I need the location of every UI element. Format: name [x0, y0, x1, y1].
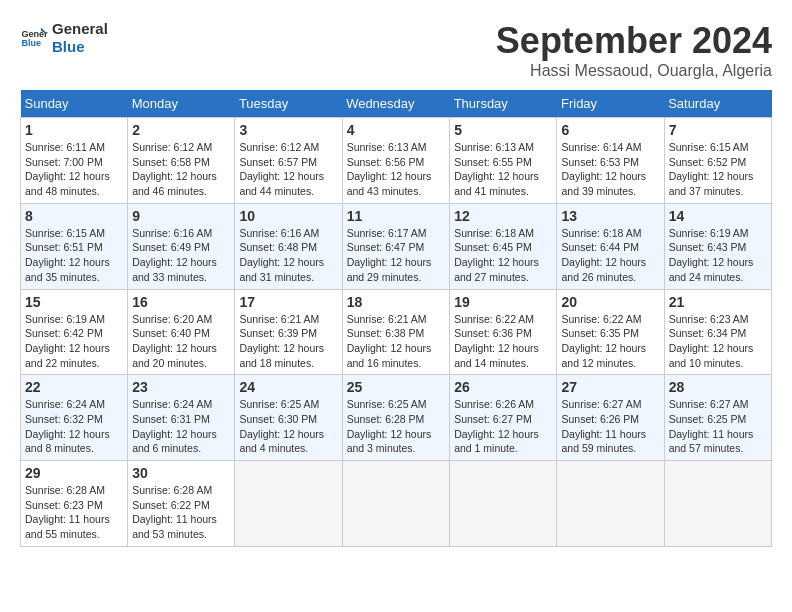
logo-line2: Blue	[52, 38, 108, 56]
calendar-cell: 3Sunrise: 6:12 AMSunset: 6:57 PMDaylight…	[235, 118, 342, 204]
calendar-cell: 30Sunrise: 6:28 AMSunset: 6:22 PMDayligh…	[128, 461, 235, 547]
calendar-cell	[557, 461, 664, 547]
calendar-cell: 18Sunrise: 6:21 AMSunset: 6:38 PMDayligh…	[342, 289, 450, 375]
col-tuesday: Tuesday	[235, 90, 342, 118]
calendar-cell: 1Sunrise: 6:11 AMSunset: 7:00 PMDaylight…	[21, 118, 128, 204]
calendar-row: 8Sunrise: 6:15 AMSunset: 6:51 PMDaylight…	[21, 203, 772, 289]
calendar-cell	[450, 461, 557, 547]
title-block: September 2024 Hassi Messaoud, Ouargla, …	[496, 20, 772, 80]
calendar-cell	[342, 461, 450, 547]
col-thursday: Thursday	[450, 90, 557, 118]
calendar-cell: 25Sunrise: 6:25 AMSunset: 6:28 PMDayligh…	[342, 375, 450, 461]
calendar-cell: 29Sunrise: 6:28 AMSunset: 6:23 PMDayligh…	[21, 461, 128, 547]
svg-text:General: General	[21, 29, 48, 39]
calendar-cell: 6Sunrise: 6:14 AMSunset: 6:53 PMDaylight…	[557, 118, 664, 204]
calendar-cell: 10Sunrise: 6:16 AMSunset: 6:48 PMDayligh…	[235, 203, 342, 289]
calendar-cell: 14Sunrise: 6:19 AMSunset: 6:43 PMDayligh…	[664, 203, 771, 289]
calendar-cell: 26Sunrise: 6:26 AMSunset: 6:27 PMDayligh…	[450, 375, 557, 461]
calendar-row: 1Sunrise: 6:11 AMSunset: 7:00 PMDaylight…	[21, 118, 772, 204]
calendar-cell: 19Sunrise: 6:22 AMSunset: 6:36 PMDayligh…	[450, 289, 557, 375]
calendar-cell: 9Sunrise: 6:16 AMSunset: 6:49 PMDaylight…	[128, 203, 235, 289]
calendar-row: 22Sunrise: 6:24 AMSunset: 6:32 PMDayligh…	[21, 375, 772, 461]
calendar-cell: 5Sunrise: 6:13 AMSunset: 6:55 PMDaylight…	[450, 118, 557, 204]
location: Hassi Messaoud, Ouargla, Algeria	[496, 62, 772, 80]
calendar-row: 15Sunrise: 6:19 AMSunset: 6:42 PMDayligh…	[21, 289, 772, 375]
calendar-cell: 12Sunrise: 6:18 AMSunset: 6:45 PMDayligh…	[450, 203, 557, 289]
col-sunday: Sunday	[21, 90, 128, 118]
calendar-cell: 21Sunrise: 6:23 AMSunset: 6:34 PMDayligh…	[664, 289, 771, 375]
logo: General Blue General Blue	[20, 20, 108, 56]
calendar-cell	[235, 461, 342, 547]
calendar-cell: 15Sunrise: 6:19 AMSunset: 6:42 PMDayligh…	[21, 289, 128, 375]
col-saturday: Saturday	[664, 90, 771, 118]
col-monday: Monday	[128, 90, 235, 118]
calendar-cell	[664, 461, 771, 547]
calendar-cell: 8Sunrise: 6:15 AMSunset: 6:51 PMDaylight…	[21, 203, 128, 289]
calendar-cell: 23Sunrise: 6:24 AMSunset: 6:31 PMDayligh…	[128, 375, 235, 461]
col-wednesday: Wednesday	[342, 90, 450, 118]
calendar-cell: 27Sunrise: 6:27 AMSunset: 6:26 PMDayligh…	[557, 375, 664, 461]
calendar-cell: 22Sunrise: 6:24 AMSunset: 6:32 PMDayligh…	[21, 375, 128, 461]
calendar-table: Sunday Monday Tuesday Wednesday Thursday…	[20, 90, 772, 547]
svg-text:Blue: Blue	[21, 38, 41, 48]
calendar-cell: 17Sunrise: 6:21 AMSunset: 6:39 PMDayligh…	[235, 289, 342, 375]
calendar-cell: 20Sunrise: 6:22 AMSunset: 6:35 PMDayligh…	[557, 289, 664, 375]
calendar-cell: 2Sunrise: 6:12 AMSunset: 6:58 PMDaylight…	[128, 118, 235, 204]
header-row: Sunday Monday Tuesday Wednesday Thursday…	[21, 90, 772, 118]
month-title: September 2024	[496, 20, 772, 62]
calendar-cell: 11Sunrise: 6:17 AMSunset: 6:47 PMDayligh…	[342, 203, 450, 289]
calendar-cell: 7Sunrise: 6:15 AMSunset: 6:52 PMDaylight…	[664, 118, 771, 204]
page-header: General Blue General Blue September 2024…	[20, 20, 772, 80]
calendar-cell: 4Sunrise: 6:13 AMSunset: 6:56 PMDaylight…	[342, 118, 450, 204]
col-friday: Friday	[557, 90, 664, 118]
calendar-cell: 16Sunrise: 6:20 AMSunset: 6:40 PMDayligh…	[128, 289, 235, 375]
calendar-cell: 13Sunrise: 6:18 AMSunset: 6:44 PMDayligh…	[557, 203, 664, 289]
logo-line1: General	[52, 20, 108, 38]
calendar-cell: 28Sunrise: 6:27 AMSunset: 6:25 PMDayligh…	[664, 375, 771, 461]
calendar-row: 29Sunrise: 6:28 AMSunset: 6:23 PMDayligh…	[21, 461, 772, 547]
logo-icon: General Blue	[20, 24, 48, 52]
calendar-cell: 24Sunrise: 6:25 AMSunset: 6:30 PMDayligh…	[235, 375, 342, 461]
